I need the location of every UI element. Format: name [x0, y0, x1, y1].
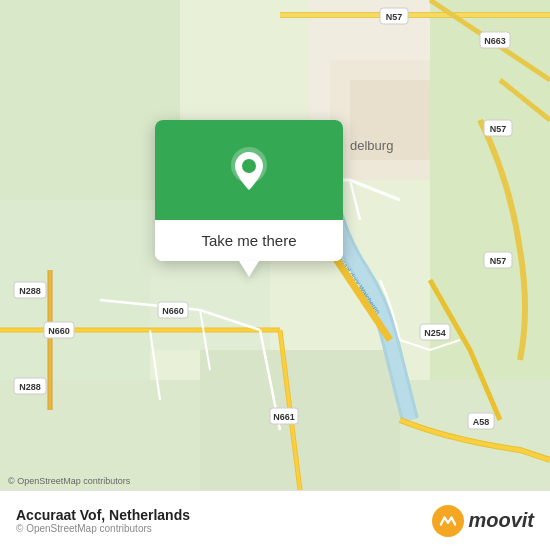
location-pin-icon: [225, 146, 273, 194]
svg-point-36: [242, 159, 256, 173]
svg-text:N57: N57: [490, 124, 507, 134]
moovit-text: moovit: [468, 509, 534, 532]
svg-rect-9: [200, 350, 400, 490]
svg-text:N254: N254: [424, 328, 446, 338]
svg-text:N660: N660: [48, 326, 70, 336]
svg-text:N57: N57: [386, 12, 403, 22]
osm-credit: © OpenStreetMap contributors: [16, 523, 190, 534]
svg-text:A58: A58: [473, 417, 490, 427]
moovit-logo: moovit: [432, 505, 534, 537]
moovit-logo-icon: [432, 505, 464, 537]
bottom-bar: Accuraat Vof, Netherlands © OpenStreetMa…: [0, 490, 550, 550]
svg-text:N660: N660: [162, 306, 184, 316]
svg-text:delburg: delburg: [350, 138, 393, 153]
popup-top: [155, 120, 343, 220]
svg-text:N288: N288: [19, 286, 41, 296]
svg-text:N663: N663: [484, 36, 506, 46]
popup-tail: [239, 261, 259, 277]
map-container: Kanaal door Walcheren: [0, 0, 550, 490]
take-me-there-button[interactable]: Take me there: [155, 220, 343, 261]
svg-text:N661: N661: [273, 412, 295, 422]
svg-text:N57: N57: [490, 256, 507, 266]
popup-card: Take me there: [155, 120, 343, 261]
svg-text:N288: N288: [19, 382, 41, 392]
location-name: Accuraat Vof, Netherlands: [16, 507, 190, 523]
bottom-left: Accuraat Vof, Netherlands © OpenStreetMa…: [16, 507, 190, 534]
svg-rect-4: [0, 0, 180, 200]
svg-text:© OpenStreetMap contributors: © OpenStreetMap contributors: [8, 476, 131, 486]
